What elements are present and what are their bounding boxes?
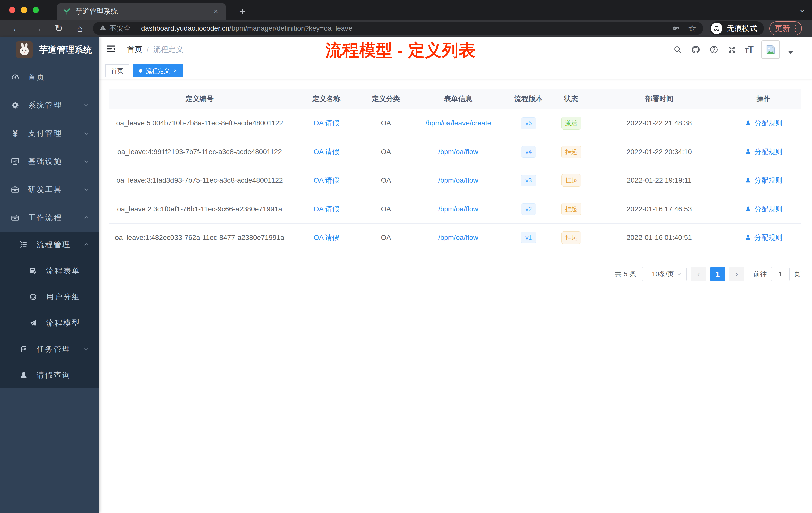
table-header-row: 定义编号定义名称定义分类表单信息流程版本状态部署时间操作 [109, 89, 801, 109]
password-key-icon[interactable] [672, 23, 680, 34]
page-size-select[interactable]: 10条/页 [642, 267, 687, 281]
sidebar-item-工作流程[interactable]: 工作流程 [0, 204, 99, 232]
sidebar-item-研发工具[interactable]: 研发工具 [0, 175, 99, 204]
tab-search-icon[interactable]: ⌄ [799, 4, 806, 14]
window-close-button[interactable] [9, 7, 15, 13]
goto-page-input[interactable] [771, 267, 790, 281]
browser-tabstrip: 芋道管理系统 × + ⌄ [0, 0, 812, 20]
window-minimize-button[interactable] [21, 7, 27, 13]
form-info-link[interactable]: /bpm/oa/flow [438, 234, 478, 241]
github-icon[interactable] [691, 45, 701, 55]
user-avatar[interactable] [761, 40, 780, 59]
definition-category: OA [381, 148, 391, 156]
sidebar-item-首页[interactable]: 首页 [0, 63, 99, 91]
app-logo-avatar [16, 41, 33, 58]
sidebar-item-基础设施[interactable]: 基础设施 [0, 147, 99, 175]
url-divider [136, 25, 136, 32]
tag-view-流程定义[interactable]: 流程定义× [133, 64, 182, 77]
sidebar-item-label: 首页 [28, 72, 45, 82]
breadcrumb: 首页 / 流程定义 [127, 44, 183, 55]
definition-name-link[interactable]: OA 请假 [314, 234, 340, 241]
tab-close-icon[interactable]: × [211, 7, 221, 16]
reload-button[interactable]: ↻ [48, 23, 69, 34]
prev-page-button[interactable]: ‹ [691, 267, 706, 281]
sidebar-item-label: 工作流程 [28, 213, 62, 223]
insecure-label[interactable]: 不安全 [110, 24, 130, 33]
assign-rule-label: 分配规则 [754, 176, 782, 184]
form-info-link[interactable]: /bpm/oa/leave/create [425, 119, 491, 127]
sidebar-item-流程模型[interactable]: 流程模型 [0, 310, 99, 336]
paper-plane-icon [28, 318, 38, 328]
tag-close-icon[interactable]: × [174, 67, 177, 74]
bookmark-star-icon[interactable]: ☆ [688, 23, 696, 34]
sidebar-item-支付管理[interactable]: ¥支付管理 [0, 119, 99, 147]
list-icon [19, 240, 29, 250]
form-info-link[interactable]: /bpm/oa/flow [438, 205, 478, 213]
tag-view-首页[interactable]: 首页 [106, 64, 129, 77]
tag-label: 流程定义 [146, 67, 170, 75]
sidebar-logo-row[interactable]: 芋道管理系统 [0, 37, 99, 62]
new-tab-button[interactable]: + [235, 4, 249, 18]
breadcrumb-home[interactable]: 首页 [127, 44, 142, 55]
definition-name-link[interactable]: OA 请假 [314, 176, 340, 184]
assign-rule-link[interactable]: 分配规则 [745, 205, 782, 213]
assign-rule-label: 分配规则 [754, 205, 782, 213]
fullscreen-icon[interactable] [727, 45, 737, 55]
window-controls[interactable] [9, 7, 39, 13]
deploy-time: 2022-01-16 01:40:51 [627, 234, 692, 241]
browser-tab[interactable]: 芋道管理系统 × [57, 3, 226, 20]
page-size-value: 10条/页 [649, 270, 676, 278]
chevron-up-icon [83, 241, 90, 248]
text-size-icon[interactable]: TT [745, 44, 753, 55]
caret-down-icon[interactable] [788, 51, 793, 54]
assign-rule-link[interactable]: 分配规则 [745, 176, 782, 184]
definition-id: oa_leave:3:1fad3d93-7b75-11ec-a3c8-acde4… [116, 176, 283, 184]
definition-category: OA [381, 119, 391, 127]
form-info-link[interactable]: /bpm/oa/flow [438, 148, 478, 156]
assign-rule-link[interactable]: 分配规则 [745, 119, 782, 127]
window-zoom-button[interactable] [33, 7, 39, 13]
status-badge: 挂起 [561, 146, 581, 158]
sidebar-item-流程管理[interactable]: 流程管理 [0, 232, 99, 258]
table-row: oa_leave:5:004b710b-7b8a-11ec-8ef0-acde4… [109, 109, 801, 138]
insecure-warning-icon[interactable] [99, 24, 107, 33]
url-bar[interactable]: 不安全 dashboard.yudao.iocoder.cn /bpm/mana… [93, 22, 703, 35]
navbar-right-icons: TT [673, 40, 793, 59]
sidebar-item-label: 用户分组 [46, 292, 80, 302]
browser-menu-icon[interactable] [795, 25, 796, 32]
flow-icon [19, 344, 29, 354]
sidebar-item-任务管理[interactable]: 任务管理 [0, 336, 99, 362]
definition-category: OA [381, 205, 391, 213]
definition-name-link[interactable]: OA 请假 [314, 119, 340, 127]
sidebar-item-用户分组[interactable]: 用户分组 [0, 284, 99, 310]
back-button[interactable]: ← [6, 23, 27, 34]
definition-name-link[interactable]: OA 请假 [314, 205, 340, 213]
sidebar-item-系统管理[interactable]: 系统管理 [0, 91, 99, 119]
sidebar-item-label: 基础设施 [28, 156, 62, 167]
status-badge: 挂起 [561, 174, 581, 187]
tags-view-bar: 首页流程定义× [99, 62, 812, 79]
definition-id: oa_leave:1:482ec033-762a-11ec-8477-a2380… [115, 234, 284, 241]
assign-rule-link[interactable]: 分配规则 [745, 234, 782, 241]
toolbox-icon [10, 184, 20, 194]
version-badge: v5 [521, 117, 536, 129]
chevron-down-icon [83, 102, 90, 109]
assign-rule-link[interactable]: 分配规则 [745, 148, 782, 156]
forward-button[interactable]: → [27, 23, 48, 34]
update-button[interactable]: 更新 [769, 21, 802, 35]
definition-name-link[interactable]: OA 请假 [314, 148, 340, 156]
sidebar-item-label: 任务管理 [37, 344, 71, 354]
sidebar-item-流程表单[interactable]: 流程表单 [0, 258, 99, 284]
search-icon[interactable] [673, 45, 683, 55]
sidebar-item-label: 流程表单 [46, 266, 80, 276]
main-area: 首页 / 流程定义 TT 流程模型 - 定义列表 首页流程定义× [99, 37, 812, 513]
help-icon[interactable] [709, 45, 719, 55]
home-button[interactable]: ⌂ [69, 23, 90, 34]
current-page-button[interactable]: 1 [710, 267, 725, 281]
sidebar-item-请假查询[interactable]: 请假查询 [0, 362, 99, 388]
sidebar-fold-icon[interactable] [106, 43, 118, 56]
breadcrumb-separator: / [147, 46, 149, 54]
form-info-link[interactable]: /bpm/oa/flow [438, 176, 478, 184]
column-header: 定义分类 [363, 89, 409, 109]
next-page-button[interactable]: › [729, 267, 744, 281]
